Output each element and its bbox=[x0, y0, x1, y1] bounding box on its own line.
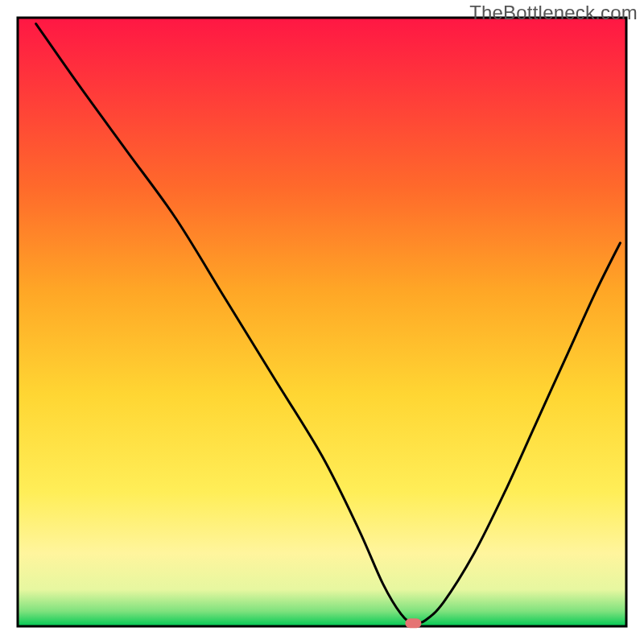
highlight-marker bbox=[405, 618, 421, 628]
plot-background bbox=[18, 18, 626, 626]
chart-svg bbox=[0, 0, 644, 644]
watermark-text: TheBottleneck.com bbox=[469, 2, 638, 24]
chart-container: TheBottleneck.com bbox=[0, 0, 644, 644]
